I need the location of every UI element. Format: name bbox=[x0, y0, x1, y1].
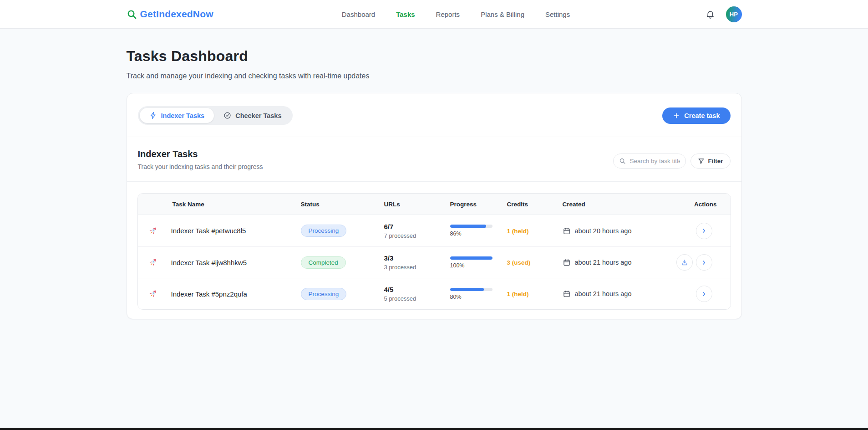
column-header-progress: Progress bbox=[450, 201, 507, 208]
task-name: Indexer Task #5pnz2qufa bbox=[171, 290, 247, 298]
view-task-button[interactable] bbox=[696, 254, 712, 271]
column-header-actions: Actions bbox=[670, 201, 731, 208]
create-task-label: Create task bbox=[684, 112, 720, 119]
lightning-bolt-icon bbox=[149, 112, 157, 119]
rocket-icon bbox=[148, 226, 158, 236]
search-box bbox=[613, 154, 686, 169]
credits-value: 3 (used) bbox=[507, 259, 531, 266]
view-task-button[interactable] bbox=[696, 223, 712, 239]
nav-item-plans-billing[interactable]: Plans & Billing bbox=[481, 10, 524, 18]
column-header-created: Created bbox=[563, 201, 670, 208]
funnel-icon bbox=[698, 158, 705, 164]
progress-bar bbox=[450, 256, 492, 260]
nav-item-dashboard[interactable]: Dashboard bbox=[342, 10, 375, 18]
calendar-icon bbox=[563, 227, 571, 235]
status-badge: Processing bbox=[301, 288, 347, 300]
table-row[interactable]: Indexer Task #ijw8hhkw5 Completed 3/3 3 … bbox=[138, 246, 731, 278]
table-header-row: Task NameStatusURLsProgressCreditsCreate… bbox=[138, 194, 731, 215]
table-row[interactable]: Indexer Task #petwuc8l5 Processing 6/7 7… bbox=[138, 215, 731, 246]
brand-name: GetIndexedNow bbox=[140, 9, 213, 20]
urls-count: 4/5 bbox=[384, 286, 450, 293]
urls-processed: 7 processed bbox=[384, 232, 450, 239]
column-header-urls: URLs bbox=[384, 201, 450, 208]
progress-fill bbox=[450, 288, 484, 291]
task-type-tabs: Indexer Tasks Checker Tasks bbox=[138, 106, 293, 125]
column-header-credits: Credits bbox=[507, 201, 563, 208]
status-badge: Processing bbox=[301, 225, 347, 237]
page-subtitle: Track and manage your indexing and check… bbox=[127, 72, 742, 80]
status-badge: Completed bbox=[301, 256, 346, 269]
section-title: Indexer Tasks bbox=[138, 149, 263, 159]
tab-checker-tasks[interactable]: Checker Tasks bbox=[214, 108, 291, 123]
nav-item-settings[interactable]: Settings bbox=[545, 10, 570, 18]
urls-processed: 3 processed bbox=[384, 264, 450, 271]
chevron-right-icon bbox=[700, 291, 707, 297]
search-input[interactable] bbox=[629, 158, 680, 164]
top-nav: GetIndexedNow DashboardTasksReportsPlans… bbox=[0, 0, 868, 29]
column-header-status: Status bbox=[301, 201, 384, 208]
progress-percent: 86% bbox=[450, 230, 507, 237]
plus-icon bbox=[673, 112, 680, 119]
page-title: Tasks Dashboard bbox=[127, 48, 742, 65]
urls-count: 3/3 bbox=[384, 254, 450, 262]
view-task-button[interactable] bbox=[696, 286, 712, 302]
chevron-right-icon bbox=[700, 227, 707, 234]
progress-bar bbox=[450, 225, 492, 228]
search-logo-icon bbox=[127, 9, 137, 20]
main-nav: DashboardTasksReportsPlans & BillingSett… bbox=[342, 10, 570, 18]
tab-indexer-label: Indexer Tasks bbox=[161, 112, 205, 119]
created-time: about 21 hours ago bbox=[575, 259, 632, 266]
credits-value: 1 (held) bbox=[507, 228, 529, 235]
column-header-task-name: Task Name bbox=[138, 201, 301, 208]
nav-item-tasks[interactable]: Tasks bbox=[396, 10, 415, 18]
calendar-icon bbox=[563, 290, 571, 298]
nav-item-reports[interactable]: Reports bbox=[436, 10, 460, 18]
progress-bar bbox=[450, 288, 492, 291]
task-name: Indexer Task #petwuc8l5 bbox=[171, 227, 246, 235]
progress-fill bbox=[450, 225, 487, 228]
progress-fill bbox=[450, 256, 492, 260]
screen-bottom-edge bbox=[0, 428, 868, 430]
section-subtitle: Track your indexing tasks and their prog… bbox=[138, 163, 263, 170]
credits-value: 1 (held) bbox=[507, 291, 529, 297]
calendar-icon bbox=[563, 258, 571, 266]
download-icon bbox=[681, 259, 688, 266]
created-time: about 20 hours ago bbox=[575, 227, 632, 235]
urls-count: 6/7 bbox=[384, 223, 450, 230]
rocket-icon bbox=[148, 289, 158, 299]
progress-percent: 80% bbox=[450, 294, 507, 300]
task-name: Indexer Task #ijw8hhkw5 bbox=[171, 259, 247, 266]
table-row[interactable]: Indexer Task #5pnz2qufa Processing 4/5 5… bbox=[138, 278, 731, 309]
download-results-button[interactable] bbox=[676, 254, 693, 271]
rocket-icon bbox=[148, 257, 158, 267]
tab-indexer-tasks[interactable]: Indexer Tasks bbox=[140, 108, 214, 123]
progress-percent: 100% bbox=[450, 262, 507, 269]
filter-button[interactable]: Filter bbox=[690, 154, 730, 169]
notifications-bell-icon[interactable] bbox=[705, 9, 716, 20]
search-icon bbox=[619, 158, 626, 164]
tab-checker-label: Checker Tasks bbox=[235, 112, 281, 119]
tasks-card: Indexer Tasks Checker Tasks Create task … bbox=[127, 93, 742, 319]
urls-processed: 5 processed bbox=[384, 295, 450, 302]
create-task-button[interactable]: Create task bbox=[662, 108, 730, 124]
created-time: about 21 hours ago bbox=[575, 290, 632, 297]
chevron-right-icon bbox=[700, 259, 707, 266]
brand-logo[interactable]: GetIndexedNow bbox=[127, 9, 213, 20]
filter-label: Filter bbox=[708, 158, 723, 164]
tasks-table: Task NameStatusURLsProgressCreditsCreate… bbox=[137, 193, 731, 310]
check-circle-icon bbox=[223, 112, 231, 119]
user-avatar[interactable]: HP bbox=[726, 6, 742, 22]
